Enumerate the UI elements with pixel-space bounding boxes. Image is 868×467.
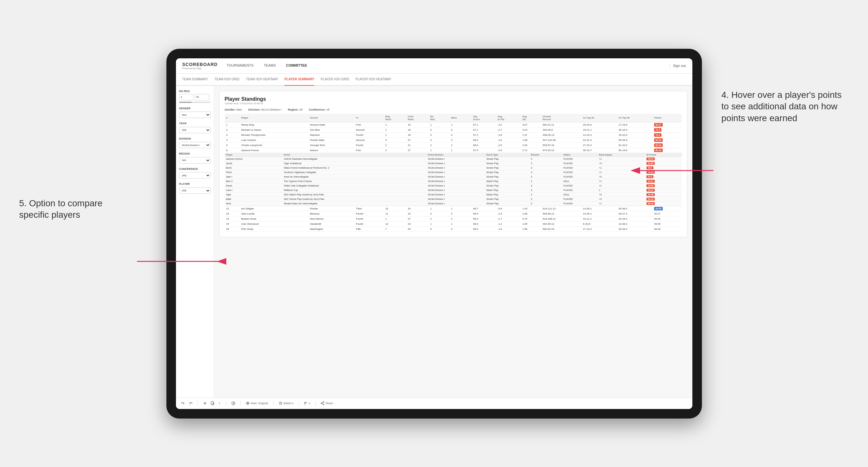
filter-conference-select[interactable]: (All) (179, 172, 211, 179)
table-row: 4 Luke Clanton Florida State Second 5 27… (225, 137, 682, 143)
toolbar-sep-4 (273, 401, 274, 406)
toolbar-redo[interactable] (189, 401, 192, 405)
toolbar-settings[interactable] (203, 401, 207, 405)
table-header: # Player School Yr RegRank ConfRank NoRd… (225, 114, 682, 122)
standings-header: Player Standings Update time: 27/01/2024… (225, 96, 682, 105)
filter-region: Region N/A All (179, 152, 211, 163)
subnav-team-h2h-grid[interactable]: TEAM H2H GRID (215, 74, 239, 86)
subnav-player-h2h-heatmap[interactable]: PLAYER H2H HEATMAP (355, 74, 391, 86)
sub-nav: TEAM SUMMARY TEAM H2H GRID TEAM H2H HEAT… (176, 74, 692, 86)
table-body: 1 Wenyi Ding Arizona State First 1 15 1 … (225, 122, 682, 231)
points-badge-1[interactable]: 90.27 (654, 123, 663, 127)
nested-col-player: Player (225, 153, 283, 157)
points-badge-22[interactable]: 40.68 (654, 207, 663, 210)
col-school: School (308, 114, 354, 122)
logo-sub: Powered by clipp (182, 67, 218, 70)
col-wins: Wins (450, 114, 471, 122)
filter-division-label: Division (179, 137, 211, 140)
filter-conference: Conference (All) (179, 167, 211, 179)
toolbar-view[interactable]: View: Original (246, 401, 268, 405)
nested-col-rank: Rank Impact (598, 153, 645, 157)
points-badge-2[interactable]: 76.3 (654, 128, 661, 132)
points-26: 38.49 (654, 227, 660, 230)
points-badge-4[interactable]: 66.94 (654, 138, 663, 142)
filter-player-label: Player (179, 182, 211, 186)
points-25: 39.95 (654, 222, 660, 225)
annotation-left-text: 5. Option to compare specific players (19, 198, 102, 220)
nested-row: Tarts Mirabel Maui Jim Intercollegiate N… (225, 201, 682, 206)
filter-player: Player (All) (179, 182, 211, 194)
table-row: 26 Petr Hruby Washington Fifth 7 23 0 0 … (225, 226, 682, 231)
filter-division: Division NCAA Division I (179, 137, 211, 149)
nav-teams[interactable]: TEAMS (262, 58, 277, 74)
nested-row: Phich Southern Highlands Collegiate NCAA… (225, 170, 682, 175)
toolbar-copy[interactable] (211, 401, 215, 405)
toolbar-undo[interactable] (181, 401, 185, 405)
filter-gender-label: Gender (179, 107, 211, 110)
filter-gender-display: Gender: Men (225, 108, 242, 111)
standings-title: Player Standings (225, 96, 266, 102)
logo-area: SCOREBOARD Powered by clipp (182, 62, 218, 70)
filter-no-rds-label: No Rds. (179, 90, 211, 93)
svg-point-9 (323, 404, 324, 405)
arrow-right-svg (634, 161, 717, 180)
subnav-team-summary[interactable]: TEAM SUMMARY (182, 74, 209, 86)
toolbar-clock[interactable] (231, 401, 235, 405)
logo-text: SCOREBOARD (182, 62, 218, 67)
filter-conference-display: Conference: All (309, 108, 330, 111)
nav-committee[interactable]: COMMITTEE (285, 58, 308, 74)
filter-year-select[interactable]: (All) (179, 127, 211, 133)
points-badge-3[interactable]: 70.2 (654, 133, 661, 137)
points-24: 40.02 (654, 217, 660, 220)
nested-row: Mattl SEC Stroke Play hosted by Jerry Pa… (225, 197, 682, 201)
share-label: Share (326, 402, 333, 405)
filter-player-select[interactable]: (All) (179, 187, 211, 194)
undo-icon (181, 401, 185, 405)
toolbar-sep-3 (240, 401, 241, 406)
nav-tournaments[interactable]: TOURNAMENTS (225, 58, 255, 74)
filter-slider-fill (179, 102, 192, 103)
subnav-player-summary[interactable]: PLAYER SUMMARY (284, 74, 314, 86)
col-points: Points (652, 114, 682, 122)
toolbar-watch[interactable]: Watch ▾ (279, 401, 293, 405)
filter-no-rds: No Rds. (179, 90, 211, 103)
subnav-player-h2h-grid[interactable]: PLAYER H2H GRID (321, 74, 349, 86)
toolbar-share[interactable]: Share (321, 401, 333, 405)
filters-panel: No Rds. Gender Men Women (176, 86, 214, 398)
svg-point-10 (321, 403, 322, 404)
filter-region-select[interactable]: N/A All (179, 157, 211, 163)
annotation-left: 5. Option to compare specific players (19, 198, 127, 221)
nested-col-type: Event Type (485, 153, 529, 157)
filter-division-select[interactable]: NCAA Division I (179, 142, 211, 148)
filter-gender-select[interactable]: Men Women (179, 112, 211, 118)
view-label: View: Original (251, 402, 268, 405)
col-conf-rank: ConfRank (406, 114, 428, 122)
col-reg-rank: RegRank (384, 114, 406, 122)
col-player: Player (240, 114, 309, 122)
nested-row: Brent Wake Forest Invitational at Pinehu… (225, 165, 682, 170)
separator-icon: | (670, 64, 670, 68)
flag-icon (304, 401, 308, 405)
col-overall-record: OverallRecord (541, 114, 582, 122)
nested-row: David Fallen Oak Collegiate Invitational… (225, 183, 682, 188)
nested-row: Jackson Koivun UNCW Seahawk Intercollegi… (225, 157, 682, 161)
share-icon (321, 401, 324, 405)
sign-out-link[interactable]: Sign out (673, 64, 686, 68)
update-time-label: Update time: (225, 102, 239, 105)
filter-conference-label: Conference (179, 167, 211, 170)
subnav-team-h2h-heatmap[interactable]: TEAM H2H HEATMAP (246, 74, 278, 86)
nested-col-status: Status (562, 153, 598, 157)
filter-year: Year (All) (179, 122, 211, 133)
toolbar-download[interactable]: ⇩ (218, 402, 221, 405)
nav-items: TOURNAMENTS TEAMS COMMITTEE (225, 58, 670, 74)
table-row: 1 Wenyi Ding Arizona State First 1 15 1 … (225, 122, 682, 127)
svg-rect-4 (211, 402, 213, 404)
points-badge-5[interactable]: 80.09 (654, 144, 663, 147)
filter-no-rds-min[interactable] (179, 94, 193, 100)
col-vs-top50: Vs Top 50 (617, 114, 652, 122)
svg-point-8 (323, 402, 324, 403)
filter-no-rds-slider[interactable] (179, 102, 211, 103)
points-badge-6[interactable]: 68.18 (654, 149, 663, 152)
filter-no-rds-max[interactable] (195, 94, 209, 100)
toolbar-flag[interactable]: ▾ (304, 401, 310, 405)
